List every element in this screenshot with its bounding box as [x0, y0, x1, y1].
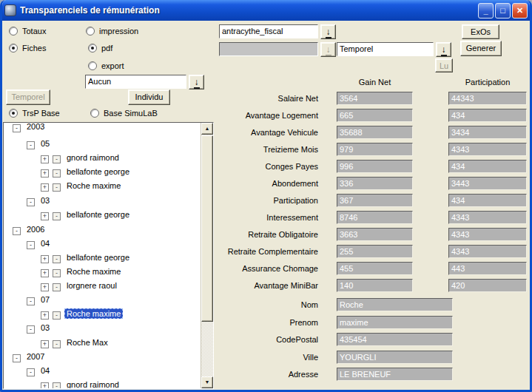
- radio-fiches-circle[interactable]: [9, 44, 18, 53]
- fiscal-dropdown-button[interactable]: ↓: [320, 24, 336, 39]
- tree-item-person[interactable]: +-Roche Max: [4, 337, 200, 351]
- expand-icon[interactable]: -: [13, 124, 21, 132]
- participation-field[interactable]: 44343: [448, 92, 527, 105]
- exos-button[interactable]: ExOs: [462, 24, 499, 39]
- radio-base-simulab[interactable]: Base SimuLaB: [90, 109, 158, 118]
- expand-icon[interactable]: -: [13, 354, 21, 362]
- tree-item-year[interactable]: -2006: [4, 223, 200, 237]
- tree-item-month[interactable]: -03: [4, 322, 200, 336]
- tree-item-month[interactable]: -07: [4, 294, 200, 308]
- participation-field[interactable]: 443: [448, 262, 527, 275]
- tree-item-year[interactable]: -2003: [4, 123, 200, 135]
- radio-export[interactable]: export: [88, 61, 124, 70]
- gain-field[interactable]: 979: [337, 143, 413, 156]
- tree-item-person[interactable]: +-Roche maxime: [4, 266, 200, 280]
- scrollbar-thumb[interactable]: [201, 135, 213, 322]
- gain-field[interactable]: 665: [337, 109, 413, 122]
- tree-item-person[interactable]: +-gnord raimond: [4, 379, 200, 388]
- radio-pdf[interactable]: pdf: [88, 44, 112, 53]
- tree-item-month[interactable]: -05: [4, 138, 200, 152]
- gain-field[interactable]: 35688: [337, 126, 413, 139]
- gain-field[interactable]: 8746: [337, 211, 413, 224]
- tree-item-person[interactable]: +-bellafonte george: [4, 251, 200, 266]
- radio-trsp-base-circle[interactable]: [9, 109, 18, 118]
- participation-field[interactable]: 434: [448, 194, 527, 207]
- radio-impression[interactable]: impression: [86, 27, 138, 36]
- close-button[interactable]: ✕: [512, 3, 528, 18]
- expand-icon[interactable]: -: [27, 241, 35, 249]
- temporel-dropdown-button[interactable]: ↓: [436, 42, 451, 57]
- participation-field[interactable]: 3443: [448, 177, 527, 190]
- tree-item-month[interactable]: -04: [4, 237, 200, 251]
- participation-field[interactable]: 3434: [448, 126, 527, 139]
- tree-item-person[interactable]: +-bellafonte george: [4, 166, 200, 180]
- expand-icon[interactable]: +: [41, 340, 49, 348]
- minimize-button[interactable]: _: [478, 3, 494, 18]
- tree-item-person-selected[interactable]: +-Roche maxime: [4, 308, 200, 322]
- person-node-icon: -: [53, 311, 61, 320]
- expand-icon[interactable]: +: [41, 382, 49, 388]
- prenom-field[interactable]: maxime: [337, 316, 453, 329]
- expand-icon[interactable]: -: [27, 198, 35, 206]
- tree-item-person[interactable]: +-Roche maxime: [4, 180, 200, 194]
- tree-item-person[interactable]: +-gnord raimond: [4, 152, 200, 166]
- tree-item-person[interactable]: +-bellafonte george: [4, 209, 200, 223]
- adresse-field[interactable]: LE BRENEUF: [337, 368, 453, 381]
- expand-icon[interactable]: +: [41, 169, 49, 178]
- generer-button[interactable]: Generer: [460, 41, 502, 56]
- participation-field[interactable]: 4343: [448, 228, 527, 241]
- scroll-down-button[interactable]: ▼: [201, 376, 213, 388]
- gain-field[interactable]: 3564: [337, 92, 413, 105]
- tree-item-year[interactable]: -2007: [4, 351, 200, 365]
- radio-trsp-base[interactable]: TrsP Base: [9, 109, 60, 118]
- tree-item-month[interactable]: -04: [4, 365, 200, 379]
- expand-icon[interactable]: -: [27, 141, 35, 149]
- scroll-up-button[interactable]: ▲: [201, 123, 213, 135]
- radio-export-circle[interactable]: [88, 61, 97, 70]
- gain-field[interactable]: 140: [337, 279, 413, 292]
- nom-field[interactable]: Roche: [337, 298, 453, 311]
- temporel-combobox[interactable]: Temporel: [337, 42, 434, 56]
- gain-field[interactable]: 3663: [337, 228, 413, 241]
- ville-field[interactable]: YOURGLI: [337, 351, 453, 364]
- participation-field[interactable]: 4343: [448, 143, 527, 156]
- participation-field[interactable]: 4343: [448, 211, 527, 224]
- radio-base-simulab-circle[interactable]: [90, 109, 99, 118]
- gain-field[interactable]: 367: [337, 194, 413, 207]
- expand-icon[interactable]: +: [41, 155, 49, 163]
- participation-field[interactable]: 420: [448, 279, 527, 292]
- fiscal-combobox[interactable]: antracythe_fiscal: [219, 24, 318, 38]
- app-icon: [4, 4, 16, 16]
- expand-icon[interactable]: +: [41, 311, 49, 320]
- gain-field[interactable]: 455: [337, 262, 413, 275]
- tree-item-person[interactable]: +-lorgnere raoul: [4, 280, 200, 294]
- expand-icon[interactable]: -: [27, 368, 35, 376]
- expand-icon[interactable]: -: [27, 297, 35, 305]
- radio-impression-circle[interactable]: [86, 27, 95, 36]
- codepostal-field[interactable]: 435454: [337, 333, 453, 346]
- expand-icon[interactable]: +: [41, 269, 49, 277]
- individu-button[interactable]: Individu: [128, 89, 170, 105]
- expand-icon[interactable]: +: [41, 183, 49, 192]
- gain-field[interactable]: 336: [337, 177, 413, 190]
- participation-field[interactable]: 4343: [448, 245, 527, 258]
- gain-field[interactable]: 255: [337, 245, 413, 258]
- participation-field[interactable]: 434: [448, 109, 527, 122]
- person-node-icon: -: [53, 183, 61, 192]
- expand-icon[interactable]: +: [41, 255, 49, 263]
- radio-totaux-circle[interactable]: [9, 27, 18, 36]
- maximize-button[interactable]: □: [495, 3, 511, 18]
- tree-item-month[interactable]: -03: [4, 195, 200, 209]
- expand-icon[interactable]: -: [13, 227, 21, 235]
- participation-field[interactable]: 434: [448, 160, 527, 173]
- aucun-combobox[interactable]: Aucun: [85, 75, 186, 89]
- radio-pdf-circle[interactable]: [88, 44, 97, 53]
- radio-totaux[interactable]: Totaux: [9, 27, 46, 36]
- radio-fiches[interactable]: Fiches: [9, 44, 46, 53]
- aucun-dropdown-button[interactable]: ↓: [189, 75, 204, 89]
- expand-icon[interactable]: -: [27, 325, 35, 334]
- expand-icon[interactable]: +: [41, 283, 49, 291]
- tree-scrollbar[interactable]: ▲ ▼: [201, 123, 213, 388]
- expand-icon[interactable]: +: [41, 212, 49, 220]
- gain-field[interactable]: 996: [337, 160, 413, 173]
